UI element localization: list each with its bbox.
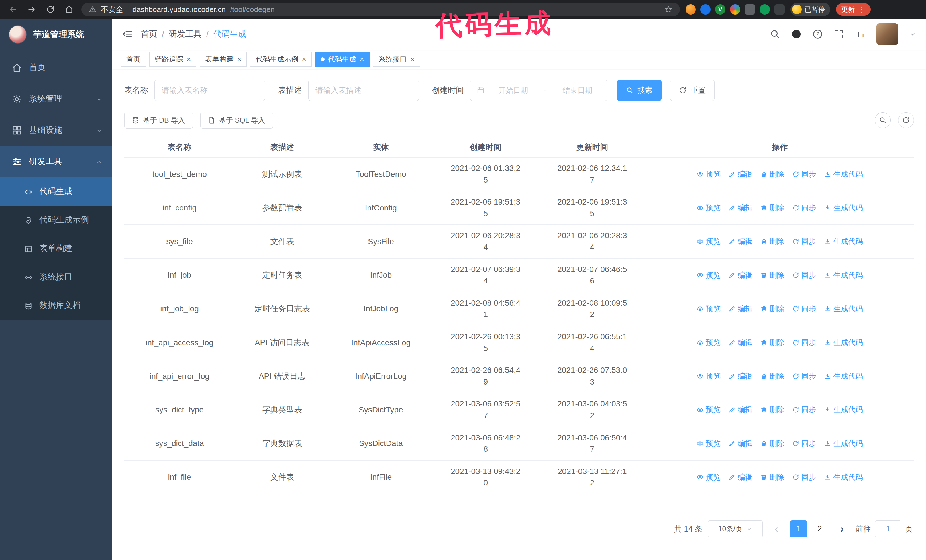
- import-sql-button[interactable]: 基于 SQL 导入: [200, 112, 273, 129]
- table-name-input[interactable]: [154, 80, 265, 101]
- action-sync[interactable]: 同步: [792, 405, 816, 415]
- browser-home-icon[interactable]: [63, 3, 76, 16]
- action-edit[interactable]: 编辑: [729, 439, 752, 448]
- refresh-table-button[interactable]: [898, 112, 914, 128]
- action-preview[interactable]: 预览: [697, 439, 720, 448]
- tab-表单构建[interactable]: 表单构建×: [200, 52, 247, 66]
- search-button[interactable]: 搜索: [617, 80, 661, 101]
- action-generate-code[interactable]: 生成代码: [824, 405, 863, 415]
- breadcrumb-item[interactable]: 首页: [141, 29, 157, 40]
- action-generate-code[interactable]: 生成代码: [824, 236, 863, 246]
- security-label[interactable]: 不安全: [101, 5, 123, 15]
- action-delete[interactable]: 删除: [761, 169, 784, 179]
- browser-profile-button[interactable]: 已暂停: [790, 3, 830, 16]
- extension-icon-5[interactable]: [745, 4, 755, 15]
- goto-page-input[interactable]: [875, 521, 901, 537]
- action-sync[interactable]: 同步: [792, 439, 816, 448]
- extension-icon-4[interactable]: [730, 4, 740, 15]
- font-size-icon[interactable]: TT: [855, 29, 865, 39]
- toggle-search-button[interactable]: [875, 112, 891, 128]
- address-bar[interactable]: 不安全 dashboard.yudao.iocoder.cn/tool/code…: [82, 3, 680, 16]
- sidebar-item-表单构建[interactable]: 表单构建: [0, 234, 112, 263]
- extension-icon-3[interactable]: V: [715, 4, 725, 15]
- tab-代码生成示例[interactable]: 代码生成示例×: [250, 52, 312, 66]
- chevron-down-icon[interactable]: [909, 30, 916, 38]
- sidebar-item-代码生成示例[interactable]: 代码生成示例: [0, 206, 112, 234]
- action-delete[interactable]: 删除: [761, 304, 784, 314]
- bookmark-star-icon[interactable]: [664, 5, 672, 14]
- action-generate-code[interactable]: 生成代码: [824, 203, 863, 213]
- sidebar-item-系统管理[interactable]: 系统管理: [0, 83, 112, 115]
- browser-menu-icon[interactable]: ⋮: [858, 5, 865, 14]
- action-generate-code[interactable]: 生成代码: [824, 304, 863, 314]
- action-delete[interactable]: 删除: [761, 270, 784, 280]
- close-icon[interactable]: ×: [237, 56, 241, 63]
- action-delete[interactable]: 删除: [761, 203, 784, 213]
- page-button-2[interactable]: 2: [811, 521, 828, 537]
- action-delete[interactable]: 删除: [761, 439, 784, 448]
- action-generate-code[interactable]: 生成代码: [824, 472, 863, 482]
- sidebar-item-系统接口[interactable]: 系统接口: [0, 263, 112, 291]
- next-page-button[interactable]: ›: [834, 521, 850, 537]
- prev-page-button[interactable]: ‹: [769, 521, 784, 537]
- action-preview[interactable]: 预览: [697, 405, 720, 415]
- user-avatar[interactable]: [876, 23, 898, 45]
- action-delete[interactable]: 删除: [761, 338, 784, 347]
- extension-icon-2[interactable]: [701, 4, 711, 15]
- reset-button[interactable]: 重置: [670, 80, 714, 101]
- action-sync[interactable]: 同步: [792, 371, 816, 381]
- action-preview[interactable]: 预览: [697, 203, 720, 213]
- action-edit[interactable]: 编辑: [729, 203, 752, 213]
- close-icon[interactable]: ×: [410, 56, 415, 63]
- browser-reload-icon[interactable]: [44, 3, 57, 16]
- action-sync[interactable]: 同步: [792, 169, 816, 179]
- github-icon[interactable]: [791, 29, 802, 39]
- close-icon[interactable]: ×: [187, 56, 191, 63]
- tab-代码生成[interactable]: 代码生成×: [315, 52, 369, 66]
- action-delete[interactable]: 删除: [761, 236, 784, 246]
- action-edit[interactable]: 编辑: [729, 405, 752, 415]
- action-sync[interactable]: 同步: [792, 472, 816, 482]
- action-generate-code[interactable]: 生成代码: [824, 270, 863, 280]
- table-desc-input[interactable]: [308, 80, 419, 101]
- action-sync[interactable]: 同步: [792, 203, 816, 213]
- close-icon[interactable]: ×: [302, 56, 306, 63]
- extension-icon-6[interactable]: [760, 4, 770, 15]
- tab-链路追踪[interactable]: 链路追踪×: [149, 52, 196, 66]
- collapse-sidebar-icon[interactable]: [122, 29, 133, 39]
- sidebar-item-首页[interactable]: 首页: [0, 52, 112, 83]
- extension-icon-1[interactable]: [685, 4, 696, 15]
- help-icon[interactable]: ?: [813, 29, 823, 39]
- puzzle-extension-icon[interactable]: [775, 4, 785, 15]
- action-sync[interactable]: 同步: [792, 304, 816, 314]
- action-edit[interactable]: 编辑: [729, 338, 752, 347]
- action-preview[interactable]: 预览: [697, 169, 720, 179]
- action-delete[interactable]: 删除: [761, 371, 784, 381]
- fullscreen-icon[interactable]: [834, 29, 844, 39]
- action-preview[interactable]: 预览: [697, 371, 720, 381]
- sidebar-item-代码生成[interactable]: 代码生成: [0, 177, 112, 206]
- action-preview[interactable]: 预览: [697, 236, 720, 246]
- action-sync[interactable]: 同步: [792, 270, 816, 280]
- action-generate-code[interactable]: 生成代码: [824, 338, 863, 347]
- action-preview[interactable]: 预览: [697, 338, 720, 347]
- tab-系统接口[interactable]: 系统接口×: [373, 52, 420, 66]
- browser-back-icon[interactable]: [6, 3, 20, 16]
- date-range-picker[interactable]: 开始日期 - 结束日期: [470, 80, 607, 101]
- action-preview[interactable]: 预览: [697, 304, 720, 314]
- sidebar-item-数据库文档[interactable]: 数据库文档: [0, 291, 112, 320]
- action-delete[interactable]: 删除: [761, 405, 784, 415]
- action-edit[interactable]: 编辑: [729, 169, 752, 179]
- tab-首页[interactable]: 首页: [121, 52, 146, 66]
- sidebar-item-研发工具[interactable]: 研发工具: [0, 146, 112, 177]
- action-sync[interactable]: 同步: [792, 236, 816, 246]
- action-edit[interactable]: 编辑: [729, 270, 752, 280]
- search-icon[interactable]: [770, 29, 780, 39]
- page-button-1[interactable]: 1: [790, 521, 807, 537]
- close-icon[interactable]: ×: [360, 56, 364, 63]
- action-generate-code[interactable]: 生成代码: [824, 371, 863, 381]
- browser-update-button[interactable]: 更新 ⋮: [836, 3, 871, 16]
- sidebar-item-基础设施[interactable]: 基础设施: [0, 115, 112, 146]
- sidebar-logo[interactable]: 芋道管理系统: [0, 19, 112, 50]
- import-db-button[interactable]: 基于 DB 导入: [124, 112, 193, 129]
